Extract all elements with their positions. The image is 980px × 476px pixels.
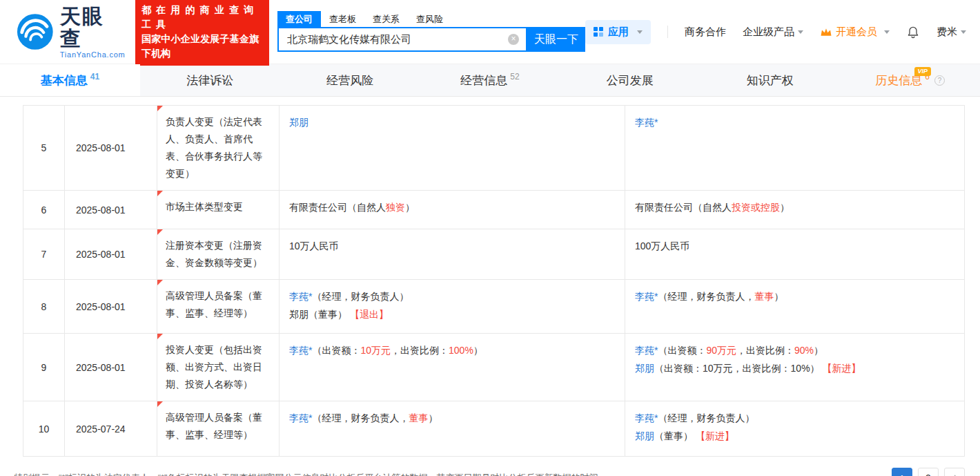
tab-label: 知识产权 [747,73,794,88]
person-link[interactable]: 郑朋 [289,117,308,128]
cell-text: 100万人民币 [635,240,689,251]
clear-input-icon[interactable]: × [508,34,519,45]
search-tabs: 查公司 查老板 查关系 查风险 [277,12,585,27]
cell-line: 李莼*（出资额：90万元，出资比例：90%） [635,341,954,359]
cell-line: 10万人民币 [289,237,615,255]
cell-line: 李莼*（经理，财务负责人，董事） [289,409,615,427]
logo[interactable]: 天眼查 TianYanCha.com [17,6,126,59]
slogan-banner: 都在用的商业查询工具 国家中小企业发展子基金旗下机构 [135,0,269,66]
highlight-text: 董事 [409,412,428,423]
cell-before-change: 10万人民币 [280,229,625,280]
logo-domain: TianYanCha.com [60,50,126,59]
cell-change-item: 投资人变更（包括出资额、出资方式、出资日期、投资人名称等） [157,334,280,401]
menu-open-vip[interactable]: 开通会员 [820,26,890,39]
search-tab-company[interactable]: 查公司 [277,11,321,28]
bell-icon[interactable] [906,25,920,39]
tab-intellectual-property[interactable]: 知识产权 [700,64,840,96]
cell-before-change: 有限责任公司（自然人独资） [280,191,625,229]
user-name: 费米 [937,26,957,39]
cell-text: ） [814,345,823,356]
person-link[interactable]: 郑朋 [635,363,654,374]
table-row: 82025-08-01高级管理人员备案（董事、监事、经理等）李莼*（经理，财务负… [23,280,965,334]
highlight-text: 90% [794,345,814,356]
page-2-button[interactable]: 2 [918,468,939,476]
person-link[interactable]: 李莼* [635,412,658,423]
cell-text: ，出资比例： [391,345,449,356]
cell-before-change: 郑朋 [280,106,625,191]
grid-icon [594,27,603,37]
cell-text: ） [405,202,415,213]
search-input[interactable] [286,33,508,46]
search-button[interactable]: 天眼一下 [527,27,585,52]
highlight-text: 【新进】 [822,363,861,374]
person-link[interactable]: 李莼* [635,117,658,128]
cell-text: ） [780,202,790,213]
cell-after-change: 李莼* [625,106,965,191]
cell-text: ） [428,412,438,423]
search-box: × 天眼一下 [277,27,585,52]
question-icon[interactable]: ? [934,75,945,86]
cell-change-item: 高级管理人员备案（董事、监事、经理等） [157,280,280,334]
highlight-text: 10万元 [360,345,391,356]
person-link[interactable]: 郑朋 [635,430,654,441]
highlight-text: 投资或控股 [732,202,780,213]
cell-before-change: 李莼*（经理，财务负责人）郑朋（董事） 【退出】 [280,280,625,334]
tab-company-development[interactable]: 公司发展 [560,64,700,96]
table-row: 102025-07-24高级管理人员备案（董事、监事、经理等）李莼*（经理，财务… [23,401,965,457]
cell-change-item: 高级管理人员备案（董事、监事、经理等） [157,401,280,457]
table-row: 92025-08-01投资人变更（包括出资额、出资方式、出资日期、投资人名称等）… [23,334,965,401]
cell-text: 郑朋 [289,309,308,320]
person-link[interactable]: 李莼* [289,412,312,423]
search-input-wrap: × [277,27,527,52]
company-nav-tabs: 基本信息 41 法律诉讼 经营风险 经营信息 52 公司发展 知识产权 历史信息… [0,64,980,97]
cell-line: 李莼*（经理，财务负责人） [635,409,954,427]
slogan-line-1: 都在用的商业查询工具 [141,3,268,32]
search-tab-boss[interactable]: 查老板 [321,11,364,28]
cell-before-change: 李莼*（经理，财务负责人，董事） [280,401,625,457]
next-page-button[interactable] [944,468,965,476]
cell-line: 李莼*（经理，财务负责人） [289,287,615,305]
menu-business-cooperation[interactable]: 商务合作 [685,26,726,39]
cell-text: （出资额： [658,345,706,356]
search-tab-relation[interactable]: 查关系 [364,11,408,28]
cell-index: 6 [23,191,65,229]
person-link[interactable]: 李莼* [635,291,658,302]
logo-text-block: 天眼查 TianYanCha.com [60,6,126,59]
tab-basic-info[interactable]: 基本信息 41 [0,64,140,96]
tab-operating-risk[interactable]: 经营风险 [280,64,420,96]
tab-history-info[interactable]: 历史信息 6 VIP ? [840,64,980,96]
cell-date: 2025-08-01 [65,280,157,334]
cell-line: 100万人民币 [635,237,954,255]
person-link[interactable]: 李莼* [289,345,312,356]
highlight-text: 【新进】 [696,430,734,441]
page-footer: 特别提示：“*”标识的为法定代表人。“*”角标标识的为天眼查根据官网公示信息对比… [14,468,965,476]
cell-line: 有限责任公司（自然人投资或控股） [635,198,954,216]
cell-text: （经理，财务负责人） [312,291,409,302]
cell-line: 李莼*（出资额：10万元，出资比例：100%） [289,341,615,359]
cell-text: （董事） [308,309,350,320]
highlight-text: 独资 [386,202,405,213]
apps-menu[interactable]: 应用 [585,20,651,44]
crown-icon [820,27,832,37]
cell-line: 郑朋（出资额：10万元，出资比例：10%） 【新进】 [635,359,954,377]
change-table-body: 52025-08-01负责人变更（法定代表人、负责人、首席代表、合伙事务执行人等… [23,106,965,457]
person-link[interactable]: 李莼* [289,291,312,302]
page-1-button[interactable]: 1 [892,468,912,476]
cell-after-change: 李莼*（出资额：90万元，出资比例：90%）郑朋（出资额：10万元，出资比例：1… [625,334,965,401]
chevron-down-icon [961,30,966,34]
vip-badge: VIP [914,67,932,76]
person-link[interactable]: 李莼* [635,345,658,356]
menu-enterprise-products[interactable]: 企业级产品 [743,26,803,39]
search-tab-risk[interactable]: 查风险 [408,11,451,28]
pagination: 1 2 [892,468,965,476]
cell-index: 5 [23,106,65,191]
top-header: 天眼查 TianYanCha.com 都在用的商业查询工具 国家中小企业发展子基… [0,0,980,64]
cell-line: 郑朋（董事） 【新进】 [635,427,954,445]
tab-operating-info[interactable]: 经营信息 52 [420,64,560,96]
cell-line: 李莼* [635,113,954,131]
tab-legal-proceedings[interactable]: 法律诉讼 [140,64,280,96]
chevron-down-icon [798,30,803,34]
cell-date: 2025-08-01 [65,191,157,229]
user-menu[interactable]: 费米 [937,26,966,39]
cell-text: （经理，财务负责人） [658,412,754,423]
